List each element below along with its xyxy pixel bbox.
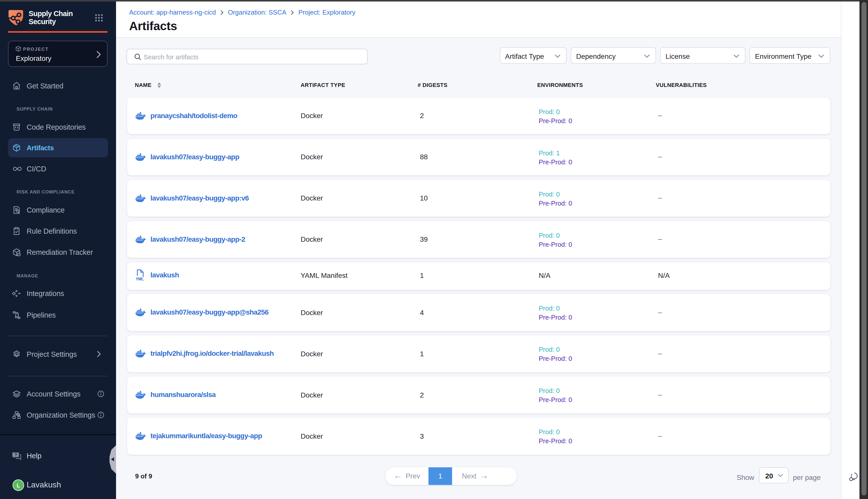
- svg-text:?: ?: [15, 452, 17, 457]
- svg-text:YML: YML: [136, 277, 144, 281]
